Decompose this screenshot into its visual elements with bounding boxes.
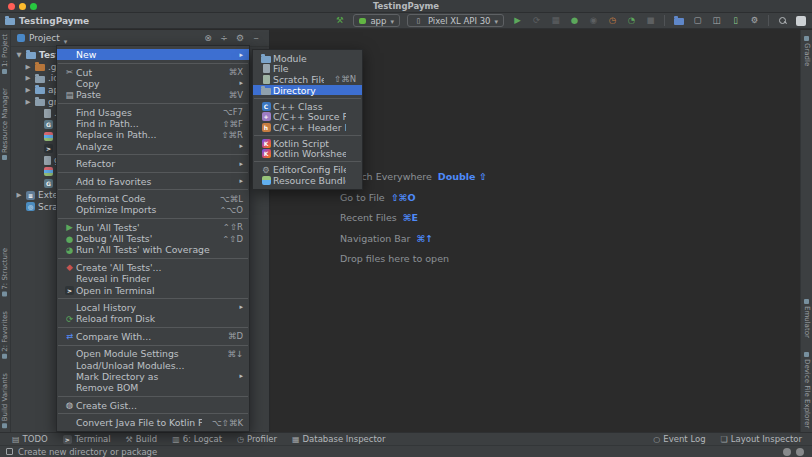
profile-button[interactable]: ◷: [606, 14, 619, 27]
expand-arrow-icon[interactable]: ▶: [24, 86, 32, 94]
tool-stripe-button-device-file-explorer[interactable]: Device File Explorer: [803, 352, 811, 428]
tool-stripe-button-build-variants[interactable]: Build Variants: [1, 373, 9, 428]
make-project-button[interactable]: ⚒: [333, 14, 346, 27]
tool-window-button-build[interactable]: ⚒Build: [126, 434, 158, 444]
profile-low-overhead-button[interactable]: ◔: [625, 14, 638, 27]
context-menu-item-convert-java-file-to-kotlin-file[interactable]: Convert Java File to Kotlin File⌥⇧⌘K: [57, 417, 249, 428]
context-menu-item-find-in-path[interactable]: Find in Path...⇧⌘F: [57, 118, 249, 129]
tool-window-button-6-logcat[interactable]: ▥6: Logcat: [172, 434, 222, 444]
settings-button[interactable]: ⚙: [748, 14, 761, 27]
chevron-down-icon: [390, 16, 394, 26]
submenu-item-module[interactable]: Module: [253, 53, 362, 64]
context-menu-item-cut[interactable]: ✂Cut⌘X: [57, 66, 249, 77]
expand-arrow-icon[interactable]: ▶: [24, 74, 32, 82]
context-menu-item-open-module-settings[interactable]: Open Module Settings⌘↓: [57, 348, 249, 359]
context-menu-item-local-history[interactable]: Local History▸: [57, 302, 249, 313]
device-manager-button[interactable]: ▯: [729, 14, 742, 27]
submenu-item-directory[interactable]: Directory: [253, 85, 362, 96]
tool-stripe-button-1-project[interactable]: 1: Project: [1, 34, 9, 74]
tool-window-button-profiler[interactable]: ◷Profiler: [237, 434, 277, 444]
toolbar-separator: [768, 15, 769, 26]
device-selector[interactable]: ▯ Pixel XL API 30: [407, 14, 504, 27]
project-breadcrumb[interactable]: TestingPayme: [5, 16, 89, 26]
run-config-selector[interactable]: app: [353, 14, 400, 27]
submenu-item-c-c-source-file[interactable]: +C/C++ Source File: [253, 111, 362, 122]
cut-icon: ✂: [64, 67, 75, 77]
context-menu-separator: [58, 396, 248, 397]
tool-stripe-label: Device File Explorer: [803, 359, 811, 428]
context-menu-item-reformat-code[interactable]: Reformat Code⌥⌘L: [57, 193, 249, 204]
context-menu-item-create-gist[interactable]: ◍Create Gist...: [57, 399, 249, 410]
avd-manager-button[interactable]: ▢: [691, 14, 704, 27]
context-menu-item-optimize-imports[interactable]: Optimize Imports⌃⌥O: [57, 204, 249, 215]
tool-stripe-button-gradle[interactable]: Gradle: [803, 36, 811, 66]
context-menu-item-compare-with[interactable]: ⇄Compare With...⌘D: [57, 331, 249, 342]
tool-stripe-button-2-favorites[interactable]: 2: Favorites: [1, 311, 9, 359]
gear-icon[interactable]: [234, 33, 246, 43]
context-menu-item-mark-directory-as[interactable]: Mark Directory as▸: [57, 371, 249, 382]
toolwindow-toggle-icon[interactable]: [6, 448, 13, 455]
tool-window-button-terminal[interactable]: >Terminal: [63, 434, 111, 444]
context-menu-item-open-in-terminal[interactable]: >Open in Terminal: [57, 284, 249, 295]
tool-stripe-label: Resource Manager: [1, 88, 9, 153]
debug-button[interactable]: ●: [568, 14, 581, 27]
context-menu-item-analyze[interactable]: Analyze▸: [57, 140, 249, 151]
context-menu-item-run-all-tests-with-coverage[interactable]: ◕Run 'All Tests' with Coverage: [57, 244, 249, 255]
submenu-item-scratch-file[interactable]: Scratch File⇧⌘N: [253, 74, 362, 85]
submenu-item-c-class[interactable]: CC++ Class: [253, 101, 362, 112]
search-everywhere-button[interactable]: [776, 14, 789, 27]
reload-icon: ⟳: [63, 314, 76, 324]
create-tests-icon: ◆: [64, 262, 75, 272]
context-menu-item-copy[interactable]: Copy▸: [57, 78, 249, 89]
tool-stripe-button-emulator[interactable]: Emulator: [803, 299, 811, 338]
submenu-item-kotlin-script[interactable]: KKotlin Script: [253, 138, 362, 149]
submenu-item-kotlin-worksheet[interactable]: KKotlin Worksheet: [253, 149, 362, 160]
new-submenu: ModuleFileScratch File⇧⌘NDirectoryCC++ C…: [252, 49, 363, 190]
sync-project-button[interactable]: [672, 14, 685, 27]
cpp-header-icon: h: [262, 123, 271, 132]
context-menu-item-reload-from-disk[interactable]: ⟳Reload from Disk: [57, 313, 249, 324]
submenu-item-editorconfig-file[interactable]: ⚙EditorConfig File: [253, 164, 362, 175]
sdk-manager-button[interactable]: ◫: [710, 14, 723, 27]
resource-bundle-icon: [259, 176, 273, 185]
submenu-item-c-c-header-file[interactable]: hC/C++ Header File: [253, 122, 362, 133]
submenu-item-resource-bundle[interactable]: Resource Bundle: [253, 175, 362, 186]
expand-arrow-icon[interactable]: ▼: [15, 51, 23, 59]
zoom-icon[interactable]: [30, 3, 37, 10]
file-icon: [263, 64, 270, 73]
context-menu-item-refactor[interactable]: Refactor▸: [57, 158, 249, 169]
status-indicator-icon[interactable]: [796, 448, 804, 456]
profile-avatar[interactable]: [796, 16, 806, 26]
tool-window-button-database-inspector[interactable]: ▦Database Inspector: [292, 434, 385, 444]
close-icon[interactable]: [8, 3, 15, 10]
collapse-all-icon[interactable]: [218, 33, 230, 43]
context-menu-item-add-to-favorites[interactable]: Add to Favorites▸: [57, 175, 249, 186]
expand-arrow-icon[interactable]: ▶: [24, 98, 32, 106]
context-menu-item-debug-all-tests[interactable]: ●Debug 'All Tests'⌃⇧D: [57, 233, 249, 244]
context-menu-item-reveal-in-finder[interactable]: Reveal in Finder: [57, 273, 249, 284]
tool-window-button-event-log[interactable]: ○Event Log: [653, 434, 705, 444]
context-menu-item-run-all-tests[interactable]: ▶Run 'All Tests'⌃⇧R: [57, 222, 249, 233]
tool-window-button-layout-inspector[interactable]: ❏Layout Inspector: [721, 434, 802, 444]
context-menu-item-new[interactable]: New▸: [57, 49, 249, 60]
context-menu-item-remove-bom[interactable]: Remove BOM: [57, 382, 249, 393]
context-menu-item-paste[interactable]: ▤Paste⌘V: [57, 89, 249, 100]
context-menu-item-create-all-tests[interactable]: ◆Create 'All Tests'...: [57, 262, 249, 273]
context-menu-item-replace-in-path[interactable]: Replace in Path...⇧⌘R: [57, 129, 249, 140]
context-menu-item-load-unload-modules[interactable]: Load/Unload Modules...: [57, 359, 249, 370]
expand-arrow-icon[interactable]: ▶: [15, 191, 23, 199]
minimize-icon[interactable]: [250, 33, 262, 43]
status-indicator-icon[interactable]: [783, 448, 791, 456]
expand-arrow-icon[interactable]: ▶: [24, 63, 32, 71]
context-menu-item-find-usages[interactable]: Find Usages⌥F7: [57, 107, 249, 118]
project-folder-icon: [26, 52, 36, 59]
tool-stripe-button-7-structure[interactable]: 7: Structure: [1, 248, 9, 297]
tool-stripe-button-resource-manager[interactable]: Resource Manager: [1, 88, 9, 160]
locate-icon[interactable]: [202, 33, 214, 43]
minimize-icon[interactable]: [19, 3, 26, 10]
tool-window-button-todo[interactable]: ▤TODO: [12, 434, 48, 444]
submenu-item-file[interactable]: File: [253, 64, 362, 75]
editor-hint-recent-files: Recent Files⌘E: [340, 212, 487, 233]
run-button[interactable]: ▶: [511, 14, 524, 27]
context-menu-item-label: Reveal in Finder: [76, 273, 233, 284]
